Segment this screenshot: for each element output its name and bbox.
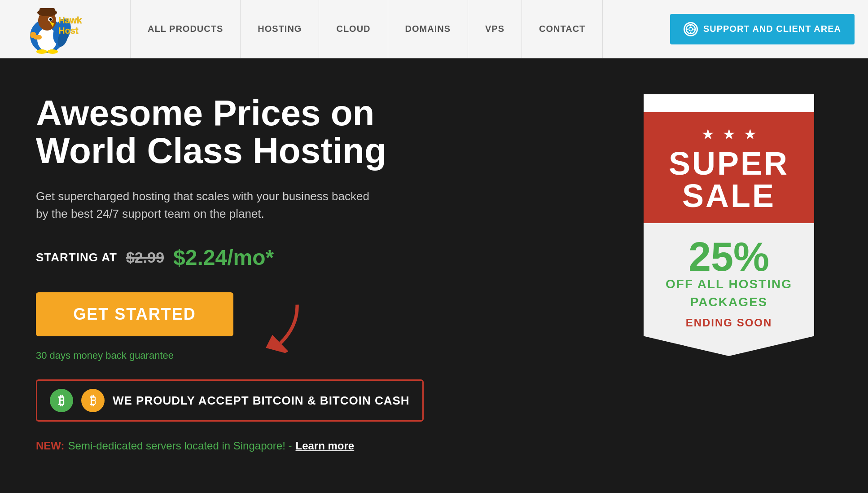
new-price: $2.24/mo*: [173, 245, 274, 270]
new-label: NEW:: [36, 440, 65, 452]
badge-super-text: SUPER: [653, 147, 805, 180]
star-3: ★: [744, 126, 757, 143]
bitcoin-icon: ₿: [50, 389, 73, 412]
starting-at-label: STARTING AT: [36, 251, 117, 264]
support-btn-label: SUPPORT AND CLIENT AREA: [703, 24, 841, 34]
hero-content: Awesome Prices on World Class Hosting Ge…: [36, 94, 440, 452]
old-price: $2.99: [126, 249, 164, 266]
nav-item-vps[interactable]: VPS: [468, 0, 522, 58]
hero-section: Awesome Prices on World Class Hosting Ge…: [0, 58, 868, 493]
logo-area[interactable]: Hawk Host: [13, 4, 103, 54]
header: Hawk Host ALL PRODUCTS HOSTING CLOUD DOM…: [0, 0, 868, 58]
get-started-button[interactable]: GET STARTED: [36, 292, 233, 336]
hawkhost-logo: Hawk Host: [13, 4, 103, 54]
bitcoin-text: WE PROUDLY ACCEPT BITCOIN & BITCOIN CASH: [113, 394, 410, 408]
nav-item-cloud[interactable]: CLOUD: [319, 0, 388, 58]
super-sale-badge: ★ ★ ★ SUPER SALE 25% OFF ALL HOSTING PAC…: [644, 94, 814, 356]
stars-row: ★ ★ ★: [653, 126, 805, 143]
hero-subtitle: Get supercharged hosting that scales wit…: [36, 188, 373, 223]
svg-point-12: [30, 32, 36, 38]
svg-point-6: [49, 18, 52, 21]
bitcoin-cash-icon: ₿: [81, 389, 105, 412]
badge-white-strip: [644, 94, 814, 112]
pricing-row: STARTING AT $2.99 $2.24/mo*: [36, 245, 440, 270]
badge-percent: 25%: [653, 237, 805, 277]
svg-point-18: [689, 27, 693, 31]
svg-rect-4: [39, 8, 55, 14]
money-back-guarantee: 30 days money back guarantee: [36, 350, 440, 361]
hero-title: Awesome Prices on World Class Hosting: [36, 94, 440, 170]
nav-item-domains[interactable]: DOMAINS: [388, 0, 468, 58]
server-location-text: Semi-dedicated servers located in Singap…: [68, 440, 292, 452]
nav-item-hosting[interactable]: HOSTING: [241, 0, 319, 58]
badge-bottom: 25% OFF ALL HOSTING PACKAGES ENDING SOON: [644, 223, 814, 356]
badge-top: ★ ★ ★ SUPER SALE: [644, 112, 814, 223]
main-nav: ALL PRODUCTS HOSTING CLOUD DOMAINS VPS C…: [130, 0, 855, 58]
svg-text:Host: Host: [58, 26, 79, 35]
nav-item-all-products[interactable]: ALL PRODUCTS: [130, 0, 241, 58]
badge-ending-soon: ENDING SOON: [686, 317, 772, 329]
new-server-announcement: NEW: Semi-dedicated servers located in S…: [36, 440, 440, 452]
bitcoin-accept-box: ₿ ₿ WE PROUDLY ACCEPT BITCOIN & BITCOIN …: [36, 379, 424, 422]
star-1: ★: [701, 126, 715, 143]
badge-sale-text: SALE: [653, 180, 805, 212]
learn-more-link[interactable]: Learn more: [296, 440, 355, 452]
star-2: ★: [723, 126, 736, 143]
badge-off-line1: OFF ALL HOSTING: [653, 277, 805, 291]
support-icon: [684, 22, 698, 36]
badge-off-line2: PACKAGES: [653, 295, 805, 309]
nav-item-contact[interactable]: CONTACT: [522, 0, 603, 58]
svg-text:Hawk: Hawk: [58, 15, 82, 25]
svg-point-14: [47, 49, 58, 54]
svg-point-13: [36, 49, 47, 54]
support-client-area-button[interactable]: SUPPORT AND CLIENT AREA: [670, 14, 855, 44]
svg-point-7: [51, 18, 52, 19]
